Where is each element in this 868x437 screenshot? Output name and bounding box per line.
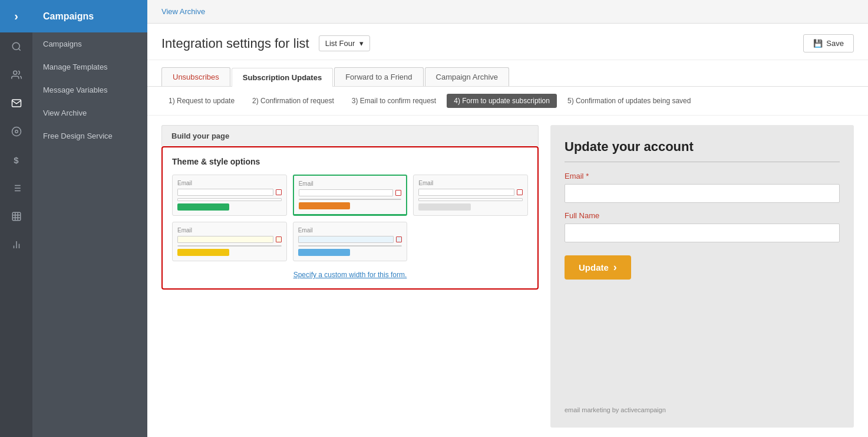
svg-point-0	[12, 42, 19, 50]
automation-icon[interactable]	[0, 117, 32, 146]
theme-btn-yellow	[177, 249, 229, 256]
field-box-6	[418, 198, 523, 201]
search-icon[interactable]	[0, 32, 32, 61]
theme-card-2-label: Email	[299, 180, 402, 187]
sidebar-item-free-design[interactable]: Free Design Service	[32, 124, 147, 147]
step-3[interactable]: 3) Email to confirm request	[345, 94, 443, 108]
step-2[interactable]: 2) Confirmation of request	[245, 94, 341, 108]
chevron-down-icon: ▾	[359, 39, 364, 48]
svg-point-2	[13, 71, 16, 74]
lists-icon[interactable]	[0, 174, 32, 202]
build-page-header: Build your page	[161, 125, 539, 146]
email-label: Email *	[565, 172, 840, 180]
field-icon-4	[276, 236, 282, 242]
svg-point-4	[15, 130, 18, 133]
tab-forward-to-friend[interactable]: Forward to a Friend	[334, 67, 423, 86]
form-divider	[565, 162, 840, 162]
list-dropdown[interactable]: List Four ▾	[319, 35, 371, 51]
sidebar-item-campaigns[interactable]: Campaigns	[32, 32, 147, 55]
theme-card-3-field	[418, 189, 523, 196]
theme-card-3-label: Email	[418, 180, 523, 186]
tab-unsubscribes[interactable]: Unsubscribes	[161, 67, 230, 86]
svg-point-3	[12, 127, 21, 136]
tab-campaign-archive[interactable]: Campaign Archive	[425, 67, 510, 86]
step-1[interactable]: 1) Request to update	[161, 94, 242, 108]
theme-btn-orange	[299, 202, 350, 209]
form-title: Update your account	[565, 139, 840, 155]
fullname-label: Full Name	[565, 211, 840, 220]
theme-card-4-field	[177, 236, 282, 243]
theme-card-2-field	[299, 189, 402, 196]
field-icon-3	[517, 189, 523, 195]
update-arrow-icon: ›	[613, 261, 617, 274]
svg-line-1	[18, 48, 20, 50]
save-label: Save	[826, 39, 844, 48]
list-dropdown-value: List Four	[325, 39, 355, 48]
field-box-10	[298, 245, 402, 247]
top-bar: View Archive	[147, 0, 868, 24]
theme-card-5-label: Email	[298, 227, 402, 234]
main-content: View Archive Integration settings for li…	[147, 0, 868, 437]
tabs-row: Unsubscribes Subscription Updates Forwar…	[147, 60, 868, 87]
update-label: Update	[579, 262, 609, 272]
theme-btn-blue	[298, 249, 350, 256]
theme-box: Theme & style options Email	[161, 146, 539, 290]
reports-icon[interactable]	[0, 202, 32, 231]
steps-row: 1) Request to update 2) Confirmation of …	[147, 87, 868, 116]
page-header-left: Integration settings for list List Four …	[161, 35, 370, 51]
field-box-3	[299, 189, 394, 196]
sidebar-item-message-variables[interactable]: Message Variables	[32, 78, 147, 101]
theme-card-3[interactable]: Email	[413, 175, 528, 216]
theme-card-4-label: Email	[177, 227, 282, 234]
theme-card-1-field	[177, 189, 282, 196]
field-box	[177, 189, 273, 196]
theme-card-2[interactable]: Email	[293, 175, 408, 216]
campaigns-icon[interactable]	[0, 89, 32, 117]
theme-card-1-label: Email	[177, 180, 282, 186]
tab-subscription-updates[interactable]: Subscription Updates	[232, 68, 333, 87]
nav-sidebar-header: Campaigns	[32, 0, 147, 32]
field-box-4	[299, 199, 402, 200]
theme-card-5-field	[298, 236, 402, 243]
content-area: Build your page Theme & style options Em…	[147, 116, 868, 437]
collapse-button[interactable]: ›	[0, 0, 32, 32]
contacts-icon[interactable]	[0, 61, 32, 89]
deals-icon[interactable]: $	[0, 146, 32, 174]
field-icon-5	[396, 236, 402, 242]
svg-rect-11	[12, 212, 21, 221]
theme-card-4[interactable]: Email	[172, 222, 287, 261]
custom-width-link[interactable]: Specify a custom width for this form.	[172, 271, 528, 279]
right-panel: Update your account Email * Full Name Up…	[550, 125, 854, 428]
step-4[interactable]: 4) Form to update subscription	[447, 94, 557, 108]
save-icon: 💾	[813, 39, 823, 48]
view-archive-link[interactable]: View Archive	[161, 7, 205, 16]
field-box-5	[418, 189, 514, 196]
sidebar-item-manage-templates[interactable]: Manage Templates	[32, 55, 147, 78]
theme-box-title: Theme & style options	[172, 157, 528, 166]
field-icon	[276, 189, 282, 195]
nav-sidebar: Campaigns Campaigns Manage Templates Mes…	[32, 0, 147, 437]
field-box-8	[177, 245, 282, 247]
fullname-field[interactable]	[565, 224, 840, 242]
page-title: Integration settings for list	[161, 36, 309, 51]
update-button[interactable]: Update ›	[565, 255, 631, 280]
icon-sidebar: › $	[0, 0, 32, 437]
step-5[interactable]: 5) Confirmation of updates being saved	[560, 94, 698, 108]
field-box-9	[298, 236, 394, 243]
field-box-2	[177, 198, 282, 201]
footer-text: email marketing by activecampaign	[565, 395, 840, 413]
theme-grid: Email Email	[172, 175, 528, 261]
field-icon-2	[395, 190, 401, 196]
email-field[interactable]	[565, 184, 840, 203]
theme-btn-green	[177, 203, 229, 211]
theme-btn-gray	[418, 203, 470, 211]
theme-card-5[interactable]: Email	[293, 222, 408, 261]
theme-card-1[interactable]: Email	[172, 175, 287, 216]
analytics-icon[interactable]	[0, 231, 32, 259]
save-button[interactable]: 💾 Save	[803, 34, 854, 52]
page-header: Integration settings for list List Four …	[147, 24, 868, 60]
sidebar-item-view-archive[interactable]: View Archive	[32, 101, 147, 124]
field-box-7	[177, 236, 273, 243]
left-panel: Build your page Theme & style options Em…	[161, 125, 539, 428]
